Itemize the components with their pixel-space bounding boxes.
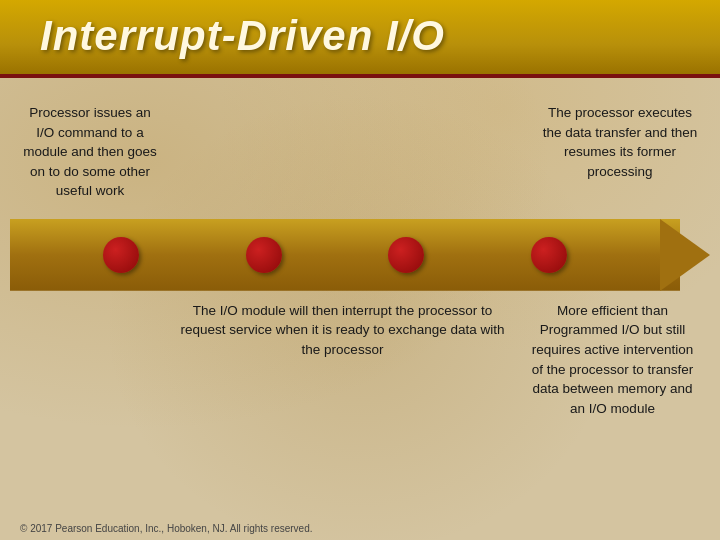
arrow-head (660, 219, 710, 291)
dots-container (10, 237, 660, 273)
dot-4 (531, 237, 567, 273)
arrow-row (10, 219, 710, 291)
top-right-text: The processor executes the data transfer… (540, 98, 700, 181)
bottom-row: The I/O module will then interrupt the p… (0, 291, 720, 418)
top-row: Processor issues an I/O command to a mod… (0, 78, 720, 201)
footer: © 2017 Pearson Education, Inc., Hoboken,… (20, 523, 313, 534)
slide-title: Interrupt-Driven I/O (40, 12, 445, 59)
slide: Interrupt-Driven I/O Processor issues an… (0, 0, 720, 540)
dot-3 (388, 237, 424, 273)
bottom-right-text: More efficient than Programmed I/O but s… (525, 301, 700, 418)
top-left-text: Processor issues an I/O command to a mod… (20, 98, 160, 201)
content-area: Processor issues an I/O command to a mod… (0, 78, 720, 528)
dot-1 (103, 237, 139, 273)
bottom-center-text: The I/O module will then interrupt the p… (160, 301, 525, 360)
title-bar: Interrupt-Driven I/O (0, 0, 720, 78)
dot-2 (246, 237, 282, 273)
